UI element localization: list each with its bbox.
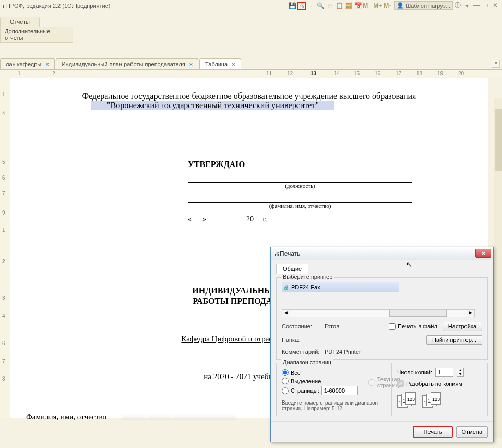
scroll-thumb[interactable] (495, 109, 502, 171)
copies-spinner[interactable]: ▲▼ (457, 368, 464, 377)
printer-icon: 🖨 (274, 251, 280, 257)
tab-dropdown-button[interactable]: ▾ (492, 60, 500, 68)
separator: · (306, 2, 316, 10)
fio-hint: (фамилия, имя, отчество) (188, 203, 412, 209)
position-line[interactable] (188, 173, 412, 183)
range-pages-radio[interactable] (282, 387, 289, 394)
ruler-mark: 1 (18, 70, 21, 76)
tabbar: лан кафедры × Индивидуальный план работы… (0, 57, 502, 70)
toolbar-icons: 💾 🖨 · 🔍 ☆ 📋 🧮 📅 M M+ M- 👤Шаблон нагруз..… (288, 1, 500, 10)
print-icon[interactable]: 🖨 (297, 2, 306, 10)
print-dialog: 🖨 Печать ✕ Общие Выберите принтер 🖨 PDF2… (270, 247, 494, 442)
search-icon[interactable]: 🔍 (316, 2, 325, 10)
ruler-mark: 15 (354, 70, 360, 76)
calc-icon[interactable]: 🧮 (344, 2, 353, 10)
tab-close-icon[interactable]: × (45, 61, 49, 67)
printer-item-icon: 🖨 (283, 284, 289, 290)
tab-close-icon[interactable]: × (232, 61, 235, 67)
ruler-mark: 12 (287, 70, 293, 76)
printer-group: Выберите принтер 🖨 PDF24 Fax ◄ ► Состоян… (276, 277, 488, 360)
pages-input[interactable] (321, 386, 358, 395)
column-ruler: 1 2 11 12 13 14 15 16 17 18 19 20 (0, 70, 502, 78)
scroll-right-icon[interactable]: ► (467, 309, 475, 317)
dialog-tab-general[interactable]: Общие (276, 264, 308, 274)
app-title: т ПРОФ, редакция 2.2 (1С:Предприятие) (2, 3, 111, 9)
cancel-button[interactable]: Отмена (456, 426, 488, 438)
scroll-track[interactable] (290, 309, 467, 317)
range-title: Диапазон страниц (281, 359, 333, 366)
fio-line[interactable] (188, 193, 412, 203)
printer-list-item[interactable]: 🖨 PDF24 Fax (282, 282, 399, 292)
favorite-icon[interactable]: ☆ (325, 2, 334, 10)
ruler-mark: 14 (334, 70, 340, 76)
print-to-file-checkbox[interactable]: Печать в файл (389, 323, 437, 330)
comment-label: Комментарий: (282, 349, 319, 355)
approve-block: УТВЕРЖДАЮ (должность) (фамилия, имя, отч… (188, 160, 472, 223)
tab-plan-kafedry[interactable]: лан кафедры × (0, 58, 55, 69)
ruler-mark: 17 (396, 70, 401, 76)
date-line: «___» __________ 20__ г. (188, 215, 472, 223)
ruler-mark: 2 (52, 70, 55, 76)
tab-individual-plan[interactable]: Индивидуальный план работы преподавателя… (56, 58, 198, 69)
spinner-up-icon[interactable]: ▲ (457, 368, 463, 372)
vertical-scrollbar[interactable] (494, 98, 502, 438)
ruler-mark: 11 (266, 70, 272, 76)
page-range-group: Диапазон страниц Все Выделение Страницы:… (276, 363, 388, 416)
collate-illustration: 123123123 123123123 (397, 392, 482, 409)
institution-line1: Федеральное государственное бюджетное об… (26, 91, 472, 101)
position-hint: (должность) (188, 183, 412, 189)
save-icon[interactable]: 💾 (288, 2, 297, 10)
ruler-mark: 19 (437, 70, 443, 76)
state-value: Готов (325, 323, 339, 329)
range-hint: Введите номер страницы или диапазон стра… (282, 400, 383, 411)
copies-input[interactable] (435, 368, 453, 377)
help-icon[interactable]: ⓘ (453, 2, 462, 10)
menu-area: Отчеты Дополнительные отчеты (0, 17, 502, 57)
mplus-button[interactable]: M+ (373, 2, 384, 9)
tab-table[interactable]: Таблица × (199, 58, 241, 69)
mminus-button[interactable]: M- (384, 2, 394, 9)
print-button[interactable]: Печать (413, 426, 452, 438)
collate-checkbox[interactable]: Разобрать по копиям (397, 380, 482, 387)
range-all-radio[interactable]: Все (282, 369, 358, 376)
ruler-mark: 18 (416, 70, 422, 76)
spinner-down-icon[interactable]: ▼ (457, 372, 463, 376)
tab-label: Индивидуальный план работы преподавателя (62, 61, 185, 67)
comment-value: PDF24 Printer (325, 349, 361, 355)
print-to-file-check[interactable] (389, 323, 396, 330)
clipboard-icon[interactable]: 📋 (334, 2, 344, 10)
range-selection-radio[interactable]: Выделение (282, 378, 358, 384)
user-icon: 👤 (397, 2, 404, 9)
additional-reports-button[interactable]: Дополнительные отчеты (0, 27, 73, 43)
dropdown-icon[interactable]: ▾ (462, 2, 472, 10)
dialog-title: Печать (280, 250, 300, 257)
choose-printer-label: Выберите принтер (281, 274, 334, 280)
calendar-icon[interactable]: 📅 (353, 2, 363, 10)
row-ruler: 1 4 5 6 7 9 1 2 3 4 6 7 8 (0, 78, 10, 418)
dialog-footer: Печать Отмена (271, 421, 493, 442)
ruler-mark: 13 (310, 70, 316, 76)
tab-close-icon[interactable]: × (189, 61, 193, 67)
scroll-thumb[interactable] (389, 310, 447, 317)
template-button[interactable]: 👤Шаблон нагруз... (394, 1, 453, 10)
ruler-mark: 16 (375, 70, 380, 76)
dialog-titlebar[interactable]: 🖨 Печать ✕ (271, 247, 493, 260)
reports-button[interactable]: Отчеты (0, 17, 40, 27)
fio-label: Фамилия, имя, отчество (26, 412, 106, 421)
minimize-button[interactable]: — (472, 2, 481, 10)
maximize-button[interactable]: □ (481, 2, 491, 10)
printer-name: PDF24 Fax (291, 284, 320, 290)
dialog-tabs: Общие (276, 263, 488, 274)
close-button[interactable]: ✕ (491, 2, 500, 10)
institution-line2: "Воронежский государственный технический… (91, 101, 334, 110)
copies-group: Число копий: ▲▼ Разобрать по копиям 1231… (391, 363, 488, 416)
find-printer-button[interactable]: Найти принтер... (426, 335, 482, 345)
m-button[interactable]: M (363, 2, 373, 9)
printer-hscrollbar[interactable]: ◄ ► (282, 309, 475, 317)
ruler-mark: 20 (458, 70, 464, 76)
folder-label: Папка: (282, 337, 319, 343)
tab-label: лан кафедры (6, 61, 41, 67)
scroll-left-icon[interactable]: ◄ (282, 309, 290, 317)
dialog-close-button[interactable]: ✕ (475, 249, 491, 258)
settings-button[interactable]: Настройка (443, 322, 482, 331)
